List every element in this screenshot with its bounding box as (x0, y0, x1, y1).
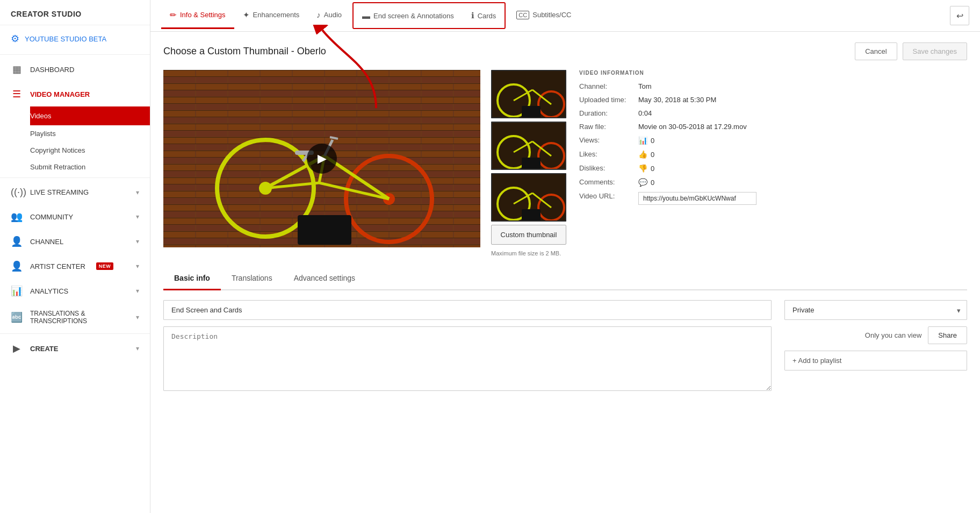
end-screen-icon: ▬ (362, 11, 370, 20)
info-value-channel: Tom (638, 82, 652, 90)
new-badge: NEW (96, 262, 114, 270)
sidebar-item-artist-center[interactable]: 👤 ARTIST CENTER NEW ▾ (0, 254, 150, 279)
sidebar-item-live-streaming[interactable]: ((·)) LIVE STREAMING ▾ (0, 180, 150, 204)
tab-label: End screen & Annotations (373, 12, 454, 20)
sidebar-item-translations[interactable]: 🔤 TRANSLATIONS &TRANSCRIPTIONS ▾ (0, 303, 150, 331)
form-left (163, 300, 772, 391)
divider-3 (0, 333, 150, 334)
back-icon: ↩ (956, 11, 963, 21)
sidebar-sub-item-retraction[interactable]: Submit Retraction (30, 159, 150, 175)
tab-enhancements[interactable]: ✦ Enhancements (234, 3, 308, 29)
likes-icon: 👍 (638, 150, 647, 159)
sidebar-item-label: TRANSLATIONS &TRANSCRIPTIONS (30, 310, 87, 325)
cancel-button[interactable]: Cancel (855, 42, 897, 60)
tab-info-settings[interactable]: ✏ Info & Settings (161, 3, 234, 29)
sidebar-sub-item-copyright[interactable]: Copyright Notices (30, 142, 150, 159)
thumbnail-2[interactable] (491, 122, 566, 170)
tab-translations[interactable]: Translations (221, 267, 283, 290)
tab-basic-info[interactable]: Basic info (163, 267, 221, 290)
info-row-rawfile: Raw file: Movie on 30-05-2018 at 17.29.m… (579, 123, 967, 131)
info-label: Channel: (579, 82, 638, 90)
channel-icon: 👤 (11, 236, 23, 247)
info-label: Raw file: (579, 123, 638, 131)
sidebar-item-video-manager[interactable]: ☰ VIDEO MANAGER (0, 82, 150, 106)
wand-icon: ✦ (243, 10, 250, 20)
create-icon: ▶ (11, 343, 23, 354)
svg-rect-33 (522, 158, 541, 169)
video-info-title: VIDEO INFORMATION (579, 70, 967, 76)
thumbnail-3[interactable] (491, 173, 566, 222)
sidebar-item-community[interactable]: 👥 COMMUNITY ▾ (0, 204, 150, 229)
community-icon: 👥 (11, 211, 23, 223)
tab-end-screen[interactable]: ▬ End screen & Annotations (354, 4, 463, 28)
add-to-playlist-button[interactable]: + Add to playlist (784, 351, 967, 370)
info-label: Duration: (579, 109, 638, 117)
sidebar-item-channel[interactable]: 👤 CHANNEL ▾ (0, 229, 150, 254)
info-value-url[interactable] (638, 192, 756, 205)
info-row-comments: Comments: 💬 0 (579, 178, 967, 187)
share-button[interactable]: Share (928, 326, 967, 344)
info-label: Dislikes: (579, 164, 638, 172)
save-button[interactable]: Save changes (903, 42, 967, 60)
comments-icon: 💬 (638, 178, 647, 187)
tab-cards[interactable]: ℹ Cards (463, 3, 505, 28)
tab-subtitles[interactable]: CC Subtitles/CC (508, 3, 580, 28)
visibility-note: Only you can view (865, 331, 922, 339)
thumbnail-1[interactable] (491, 70, 566, 118)
tab-label: Advanced settings (294, 274, 355, 282)
sidebar-item-label: LIVE STREAMING (30, 188, 89, 196)
svg-rect-39 (522, 209, 541, 221)
chevron-down-icon: ▾ (136, 238, 139, 245)
sidebar-item-label: COMMUNITY (30, 213, 73, 221)
sidebar-item-analytics[interactable]: 📊 ANALYTICS ▾ (0, 279, 150, 303)
videos-label: Videos (30, 112, 52, 120)
tabs-bar: ✏ Info & Settings ✦ Enhancements ♪ Audio… (150, 0, 980, 32)
sidebar-sub-item-playlists[interactable]: Playlists (30, 125, 150, 142)
thumbnail-strip: Custom thumbnail Maximum file size is 2 … (491, 70, 566, 256)
chevron-down-icon: ▾ (136, 262, 139, 270)
description-textarea[interactable] (163, 326, 772, 391)
tab-label: Translations (232, 274, 272, 282)
sidebar-item-label: ARTIST CENTER (30, 262, 85, 270)
info-row-dislikes: Dislikes: 👎 0 (579, 164, 967, 173)
video-info-row: Choose a Custom Thumbnail - Oberlo 🕐 ↗ (163, 70, 967, 256)
info-value-views: 📊 0 (638, 136, 654, 145)
cc-icon: CC (516, 11, 529, 19)
tab-label: Subtitles/CC (532, 11, 571, 19)
tab-advanced-settings[interactable]: Advanced settings (283, 267, 366, 290)
tab-label: Info & Settings (180, 11, 226, 19)
live-streaming-icon: ((·)) (11, 187, 23, 198)
sidebar-item-label: DASHBOARD (30, 66, 74, 74)
info-label: Likes: (579, 150, 638, 158)
back-button[interactable]: ↩ (950, 6, 969, 25)
sidebar-item-label: CREATE (30, 345, 58, 353)
chevron-down-icon: ▾ (136, 314, 139, 321)
tab-label: Enhancements (253, 11, 300, 19)
tab-label: Cards (478, 12, 496, 20)
translations-icon: 🔤 (11, 311, 23, 323)
video-url-input[interactable] (638, 192, 756, 205)
dashboard-icon: ▦ (11, 63, 23, 75)
sidebar-item-create[interactable]: ▶ CREATE ▾ (0, 336, 150, 361)
video-player[interactable]: Choose a Custom Thumbnail - Oberlo 🕐 ↗ (163, 70, 480, 247)
play-button[interactable]: ▶ (307, 144, 337, 174)
visibility-select[interactable]: Private Public Unlisted (784, 300, 967, 320)
title-input[interactable] (163, 300, 772, 320)
sidebar-item-yt-studio[interactable]: ⚙ YOUTUBE STUDIO BETA (0, 25, 150, 52)
custom-thumbnail-button[interactable]: Custom thumbnail (491, 225, 566, 245)
tab-audio[interactable]: ♪ Audio (308, 3, 350, 28)
divider-2 (0, 177, 150, 178)
highlighted-tabs-group: ▬ End screen & Annotations ℹ Cards (352, 2, 506, 29)
info-value-likes: 👍 0 (638, 150, 654, 159)
thumb-image-2 (492, 123, 566, 170)
header-actions: Cancel Save changes (855, 42, 967, 60)
sidebar: CREATOR STUDIO ⚙ YOUTUBE STUDIO BETA ▦ D… (0, 0, 150, 513)
visibility-row: Only you can view Share (784, 326, 967, 344)
form-right: Private Public Unlisted ▾ Only you can v… (784, 300, 967, 391)
chevron-down-icon: ▾ (136, 213, 139, 220)
sidebar-item-dashboard[interactable]: ▦ DASHBOARD (0, 57, 150, 82)
thumb-image-3 (492, 174, 566, 222)
sidebar-sub-item-videos[interactable]: Videos (30, 106, 150, 125)
sidebar-item-label: ANALYTICS (30, 287, 68, 295)
yt-studio-label: YOUTUBE STUDIO BETA (25, 35, 106, 43)
